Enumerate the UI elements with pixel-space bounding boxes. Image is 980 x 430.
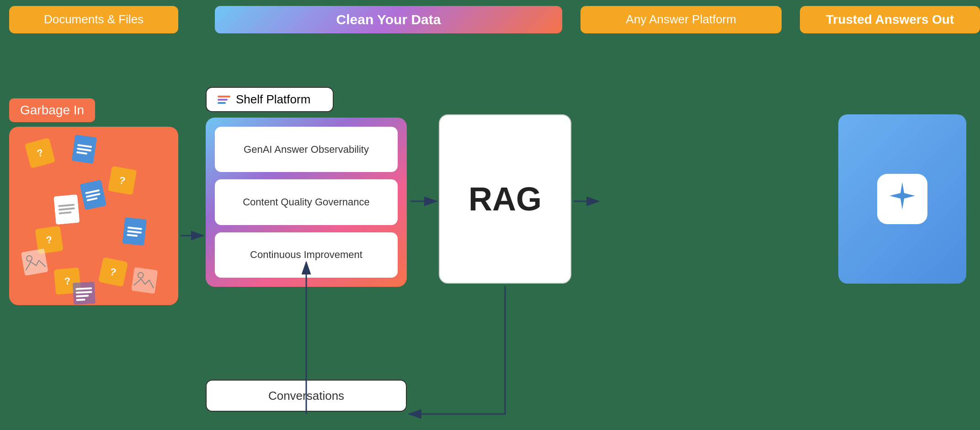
- shelf-header: Shelf Platform: [206, 87, 334, 112]
- q-note-2: ?: [108, 166, 137, 195]
- shelf-card-1-label: GenAI Answer Observability: [244, 144, 369, 156]
- conversations-label: Conversations: [268, 389, 344, 403]
- image-icon-2: [131, 267, 158, 296]
- shelf-card-2: Content Quality Governance: [215, 179, 398, 225]
- doc-icon-3: [122, 217, 147, 248]
- shelf-card-2-label: Content Quality Governance: [243, 196, 370, 208]
- svg-rect-18: [131, 267, 158, 294]
- shelf-card-3-label: Continuous Improvement: [250, 249, 362, 261]
- garbage-in-label: Garbage In: [9, 98, 95, 122]
- conversations-box: Conversations: [206, 380, 407, 412]
- q-note-4: ?: [98, 257, 128, 287]
- banner-any: Any Answer Platform: [581, 6, 782, 33]
- star-icon-container: [877, 174, 927, 224]
- rag-label: RAG: [469, 180, 542, 218]
- shelf-logo-bar-2: [218, 99, 228, 101]
- shelf-card-1: GenAI Answer Observability: [215, 127, 398, 172]
- rag-box: RAG: [439, 114, 571, 284]
- lines-doc: [73, 282, 96, 305]
- shelf-platform-label: Shelf Platform: [236, 92, 310, 107]
- shelf-logo-bar-3: [218, 102, 226, 104]
- banner-any-label: Any Answer Platform: [626, 12, 736, 27]
- banner-clean-label: Clean Your Data: [336, 12, 441, 27]
- doc-icon-2: [80, 180, 107, 212]
- svg-rect-16: [21, 248, 48, 276]
- banner-documents: Documents & Files: [9, 6, 178, 33]
- doc-icon-1: [71, 134, 97, 166]
- sparkle-icon: [886, 180, 918, 219]
- shelf-logo-bar-1: [218, 96, 230, 97]
- banner-clean: Clean Your Data: [215, 6, 562, 33]
- shelf-card-3: Continuous Improvement: [215, 232, 398, 278]
- shelf-logo: [218, 96, 230, 104]
- banner-documents-label: Documents & Files: [44, 12, 144, 27]
- q-note-1: ?: [25, 138, 55, 168]
- arrow-rag-to-conversations: [409, 286, 505, 414]
- shelf-container: Shelf Platform GenAI Answer Observabilit…: [206, 87, 407, 287]
- main-area: Garbage In ? ? ? ? ?: [0, 39, 980, 430]
- shelf-gradient-box: GenAI Answer Observability Content Quali…: [206, 118, 407, 287]
- banner-trusted-label: Trusted Answers Out: [826, 12, 954, 27]
- top-banners: Documents & Files Clean Your Data Any An…: [0, 0, 980, 39]
- trusted-box: [838, 114, 966, 284]
- garbage-box: ? ? ? ? ?: [9, 127, 178, 305]
- banner-trusted: Trusted Answers Out: [800, 6, 980, 33]
- image-icon-1: [21, 248, 49, 278]
- doc-icon-white: [53, 194, 80, 226]
- garbage-in-container: Garbage In ? ? ? ? ?: [9, 98, 178, 305]
